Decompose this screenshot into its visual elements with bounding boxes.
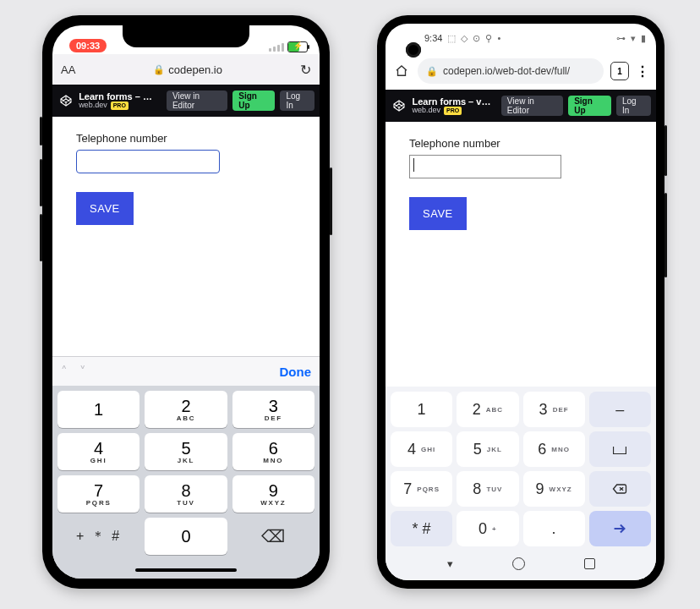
lock-icon: 🔒 [153, 64, 165, 75]
status-icon: ◇ [461, 33, 468, 44]
key-6[interactable]: 6MNO [232, 433, 314, 470]
vpn-key-icon: ⊶ [616, 33, 626, 44]
comparison-stage: 09:33 ⚡ AA 🔒 codepen.io ↻ Le [0, 0, 700, 609]
iphone-notch [123, 25, 249, 47]
refresh-icon[interactable]: ↻ [300, 62, 311, 78]
page-content-ios: Telephone number SAVE [52, 117, 320, 356]
key-8[interactable]: 8TUV [145, 475, 227, 513]
android-volume-rocker [664, 193, 667, 277]
key-.[interactable]: . [523, 511, 585, 546]
chrome-toolbar: 🔒 codepen.io/web-dot-dev/full/ 1 ⋮ [386, 52, 656, 90]
key-2[interactable]: 2ABC [145, 391, 227, 428]
symbols-key[interactable]: + ＊ # [57, 518, 139, 555]
nav-home-icon[interactable] [512, 557, 525, 570]
iphone-volume-down [40, 214, 42, 261]
view-in-editor-button[interactable]: View in Editor [501, 96, 563, 116]
codepen-logo-icon[interactable] [391, 97, 407, 114]
keyboard-done-button[interactable]: Done [280, 365, 312, 379]
codepen-header-ios: Learn forms – virt… web.devPRO View in E… [52, 85, 320, 117]
safari-toolbar: AA 🔒 codepen.io ↻ [52, 54, 320, 85]
key-7[interactable]: 7PQRS [57, 475, 139, 513]
pen-author: web.dev [412, 107, 440, 115]
key-1[interactable]: 1 [57, 391, 139, 428]
key-0[interactable]: 0 [145, 518, 227, 555]
battery-icon: ▮ [641, 33, 646, 44]
ios-recording-time-pill: 09:33 [69, 39, 107, 52]
nav-recents-icon[interactable] [584, 558, 595, 569]
android-screen: 9:34 ⬚ ◇ ⊙ ⚲ • ⊶ ▾ ▮ 🔒 [386, 24, 656, 580]
home-indicator[interactable] [52, 562, 320, 579]
text-caret [413, 158, 414, 172]
key-5[interactable]: 5JKL [145, 433, 227, 470]
key-8[interactable]: 8TUV [457, 471, 518, 507]
telephone-label: Telephone number [409, 137, 632, 150]
pro-badge: PRO [444, 107, 462, 115]
status-icon: ⬚ [447, 33, 456, 44]
keyboard-accessory-bar: ˄ ˅ Done [52, 356, 320, 386]
log-in-button[interactable]: Log In [280, 91, 314, 111]
backspace-key[interactable]: ⌫ [232, 518, 314, 555]
android-status-bar: 9:34 ⬚ ◇ ⊙ ⚲ • ⊶ ▾ ▮ [386, 24, 656, 52]
tab-switcher-icon[interactable]: 1 [610, 62, 629, 80]
reader-aa-button[interactable]: AA [61, 63, 75, 76]
pixel-camera-cutout [406, 42, 421, 58]
pro-badge: PRO [111, 102, 129, 110]
telephone-label: Telephone number [76, 132, 296, 145]
safari-address[interactable]: 🔒 codepen.io [153, 63, 222, 76]
iphone-volume-up [40, 159, 42, 206]
key-3[interactable]: 3DEF [523, 392, 585, 427]
android-device-frame: 9:34 ⬚ ◇ ⊙ ⚲ • ⊶ ▾ ▮ 🔒 [377, 15, 664, 589]
key-2[interactable]: 2ABC [457, 392, 518, 427]
prev-field-icon[interactable]: ˄ [61, 364, 68, 379]
key-0[interactable]: 0+ [457, 511, 518, 546]
log-in-button[interactable]: Log In [616, 96, 651, 116]
telephone-input[interactable] [76, 150, 220, 173]
iphone-device-frame: 09:33 ⚡ AA 🔒 codepen.io ↻ Le [42, 15, 330, 589]
keyboard-hide-icon[interactable]: ▾ [447, 557, 453, 570]
key-6[interactable]: 6MNO [523, 431, 585, 467]
key-* #[interactable]: * # [391, 511, 452, 546]
key-5[interactable]: 5JKL [457, 431, 518, 467]
key-7[interactable]: 7PQRS [391, 471, 452, 507]
view-in-editor-button[interactable]: View in Editor [167, 91, 227, 111]
sign-up-button[interactable]: Sign Up [568, 96, 611, 116]
backspace-key[interactable] [589, 471, 651, 507]
lock-icon: 🔒 [426, 66, 438, 77]
iphone-mute-switch [40, 117, 42, 145]
save-button[interactable]: SAVE [76, 192, 134, 225]
save-button[interactable]: SAVE [409, 197, 467, 230]
key-4[interactable]: 4GHI [57, 433, 139, 470]
chrome-home-icon[interactable] [392, 62, 411, 80]
iphone-power-button [330, 167, 332, 235]
page-content-android: Telephone number SAVE [386, 122, 656, 387]
key-1[interactable]: 1 [391, 392, 452, 427]
location-icon: ⚲ [485, 33, 492, 44]
ios-numeric-keyboard: ˄ ˅ Done 12ABC3DEF4GHI5JKL6MNO7PQRS8TUV9… [52, 356, 320, 579]
enter-key[interactable] [589, 511, 651, 546]
chrome-omnibox[interactable]: 🔒 codepen.io/web-dot-dev/full/ [418, 58, 604, 84]
status-icon: ⊙ [473, 33, 480, 44]
android-clock: 9:34 [424, 33, 442, 43]
more-notifications-icon: • [497, 33, 500, 43]
pen-author: web.dev [79, 102, 107, 110]
android-numeric-keyboard: 12ABC3DEF–4GHI5JKL6MNO⌴7PQRS8TUV9WXYZ* #… [386, 387, 656, 580]
wifi-icon: ▾ [631, 33, 636, 44]
codepen-header-android: Learn forms – virt… web.devPRO View in E… [386, 90, 656, 122]
chrome-url: codepen.io/web-dot-dev/full/ [443, 65, 570, 77]
symbol-key[interactable]: – [589, 392, 651, 427]
chrome-menu-icon[interactable]: ⋮ [636, 63, 649, 80]
battery-icon: ⚡ [287, 41, 308, 52]
cellular-signal-icon [269, 43, 284, 52]
key-9[interactable]: 9WXYZ [232, 475, 314, 513]
sign-up-button[interactable]: Sign Up [232, 91, 275, 111]
key-9[interactable]: 9WXYZ [523, 471, 585, 507]
telephone-input[interactable] [409, 155, 561, 178]
codepen-logo-icon[interactable] [57, 92, 74, 109]
android-nav-bar: ▾ [391, 546, 651, 580]
key-4[interactable]: 4GHI [391, 431, 452, 467]
key-3[interactable]: 3DEF [232, 391, 314, 428]
symbol-key[interactable]: ⌴ [589, 431, 651, 467]
next-field-icon[interactable]: ˅ [79, 364, 86, 379]
android-power-button [664, 125, 667, 176]
safari-host: codepen.io [168, 63, 222, 76]
